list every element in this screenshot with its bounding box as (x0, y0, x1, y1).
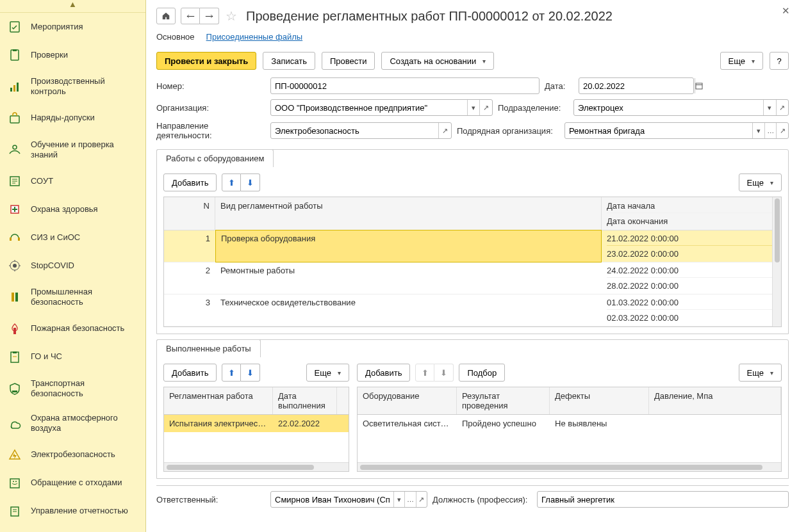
done-right-down-button[interactable]: ⬇ (434, 364, 454, 382)
home-button[interactable] (156, 8, 176, 24)
done-left-up-button[interactable]: ⬆ (222, 364, 241, 382)
svg-rect-16 (18, 238, 20, 241)
nav-back-button[interactable]: 🡐 (181, 8, 200, 24)
dept-open-icon[interactable]: ↗ (776, 100, 788, 115)
contractor-ellipsis-icon[interactable]: … (764, 123, 777, 138)
equip-add-button[interactable]: Добавить (163, 173, 217, 191)
sidebar: ▲ МероприятияПроверкиПроизводственный ко… (0, 0, 146, 532)
sidebar-item-6[interactable]: Охрана здоровья (0, 195, 145, 223)
sidebar-item-label: Проверки (31, 50, 68, 60)
direction-open-icon[interactable]: ↗ (438, 123, 451, 138)
sidebar-icon-1 (8, 48, 22, 62)
done-right-grid[interactable]: Осветительная систе...Пройдено успешноНе… (357, 414, 782, 472)
save-button[interactable]: Записать (263, 52, 315, 70)
command-bar: Провести и закрыть Записать Провести Соз… (146, 48, 799, 74)
sidebar-item-4[interactable]: Обучение и проверка знаний (0, 133, 145, 168)
done-left-scrollbar[interactable] (164, 462, 349, 471)
col-pressure[interactable]: Давление, Мпа (649, 387, 781, 414)
col-reg-work[interactable]: Регламентная работа (164, 387, 273, 414)
done-left-row[interactable]: Испытания электрическ...22.02.2022 (164, 415, 349, 432)
equip-row[interactable]: 3Техническое освидетельствование01.03.20… (164, 294, 781, 326)
sidebar-item-8[interactable]: StopCOVID (0, 252, 145, 280)
help-button[interactable]: ? (770, 52, 789, 70)
equip-row[interactable]: 2Ремонтные работы24.02.2022 0:00:0028.02… (164, 262, 781, 294)
contractor-dropdown-icon[interactable]: ▾ (752, 123, 764, 138)
post-and-close-button[interactable]: Провести и закрыть (156, 52, 256, 70)
done-right-pick-button[interactable]: Подбор (459, 364, 505, 382)
sidebar-item-14[interactable]: Электробезопасность (0, 441, 145, 469)
equip-more-button[interactable]: Еще (739, 173, 782, 191)
more-button[interactable]: Еще (720, 52, 763, 70)
sidebar-item-16[interactable]: Управление отчетностью (0, 497, 145, 526)
org-dropdown-icon[interactable]: ▾ (467, 100, 480, 115)
sidebar-item-2[interactable]: Производственный контроль (0, 69, 145, 104)
responsible-input[interactable] (271, 492, 393, 507)
create-based-on-button[interactable]: Создать на основании (381, 52, 494, 70)
col-result[interactable]: Результат проведения (457, 387, 550, 414)
label-dept: Подразделение: (498, 103, 568, 113)
sidebar-item-label: Электробезопасность (31, 449, 115, 460)
done-right-scrollbar[interactable] (358, 462, 781, 471)
col-work-type[interactable]: Вид регламентной работы (215, 197, 602, 230)
subnav-tabs: Основное Присоединенные файлы (146, 28, 799, 48)
post-button[interactable]: Провести (322, 52, 375, 70)
sidebar-item-0[interactable]: Мероприятия (0, 13, 145, 41)
sidebar-item-11[interactable]: ГО и ЧС (0, 343, 145, 371)
sidebar-item-12[interactable]: Транспортная безопасность (0, 371, 145, 407)
done-works-panel: Выполненные работы Добавить ⬆ ⬇ Еще (156, 339, 789, 479)
close-icon[interactable]: ✕ (782, 5, 790, 17)
direction-input[interactable] (271, 123, 438, 138)
responsible-dropdown-icon[interactable]: ▾ (393, 492, 404, 507)
done-left-more-button[interactable]: Еще (306, 364, 349, 382)
sidebar-item-1[interactable]: Проверки (0, 41, 145, 69)
sidebar-item-10[interactable]: Пожарная безопасность (0, 315, 145, 343)
sidebar-item-13[interactable]: Охрана атмосферного воздуха (0, 406, 145, 441)
equipment-works-tab[interactable]: Работы с оборудованием (156, 149, 274, 167)
equip-move-down-button[interactable]: ⬇ (241, 173, 260, 191)
sidebar-collapse-toggle[interactable]: ▲ (0, 0, 145, 13)
sidebar-item-7[interactable]: СИЗ и СиОС (0, 223, 145, 252)
done-left-down-button[interactable]: ⬇ (241, 364, 260, 382)
col-defects[interactable]: Дефекты (550, 387, 649, 414)
done-right-more-button[interactable]: Еще (739, 364, 782, 382)
equip-grid-scrollbar[interactable] (772, 197, 781, 326)
nav-forward-button[interactable]: 🡒 (200, 8, 219, 24)
done-left-grid[interactable]: Испытания электрическ...22.02.2022 (163, 414, 349, 472)
done-right-up-button[interactable]: ⬆ (415, 364, 434, 382)
done-right-add-button[interactable]: Добавить (357, 364, 410, 382)
done-right-row[interactable]: Осветительная систе...Пройдено успешноНе… (358, 415, 781, 432)
position-input[interactable] (538, 492, 788, 507)
dept-input[interactable] (574, 100, 763, 115)
sidebar-icon-15 (8, 476, 22, 490)
sidebar-item-label: Охрана здоровья (31, 204, 98, 214)
sidebar-item-5[interactable]: СОУТ (0, 167, 145, 195)
contractor-open-icon[interactable]: ↗ (776, 123, 788, 138)
contractor-input[interactable] (565, 123, 752, 138)
sidebar-item-3[interactable]: Наряды-допуски (0, 104, 145, 133)
responsible-ellipsis-icon[interactable]: … (404, 492, 415, 507)
equip-row[interactable]: 1Проверка оборудования21.02.2022 0:00:00… (164, 230, 781, 262)
sidebar-item-15[interactable]: Обращение с отходами (0, 469, 145, 497)
favorite-star-icon[interactable]: ☆ (226, 8, 237, 24)
col-n[interactable]: N (164, 197, 215, 230)
calendar-icon[interactable] (695, 78, 703, 93)
sidebar-icon-14 (8, 448, 22, 462)
sidebar-item-label: Промышленная безопасность (31, 287, 138, 308)
org-open-icon[interactable]: ↗ (479, 100, 492, 115)
sidebar-item-9[interactable]: Промышленная безопасность (0, 280, 145, 315)
equip-move-up-button[interactable]: ⬆ (222, 173, 241, 191)
label-responsible: Ответственный: (156, 495, 265, 504)
date-input[interactable] (579, 78, 695, 93)
col-perf-date[interactable]: Дата выполнения (273, 387, 337, 414)
done-left-add-button[interactable]: Добавить (163, 364, 217, 382)
tab-main[interactable]: Основное (156, 32, 195, 42)
dept-dropdown-icon[interactable]: ▾ (763, 100, 775, 115)
org-input[interactable] (271, 100, 467, 115)
responsible-open-icon[interactable]: ↗ (416, 492, 427, 507)
done-works-tab[interactable]: Выполненные работы (156, 339, 261, 357)
label-number: Номер: (156, 81, 265, 91)
number-input[interactable] (271, 78, 386, 93)
tab-attached-files[interactable]: Присоединенные файлы (206, 32, 303, 42)
sidebar-item-label: СОУТ (31, 176, 53, 186)
col-equipment[interactable]: Оборудование (358, 387, 457, 414)
